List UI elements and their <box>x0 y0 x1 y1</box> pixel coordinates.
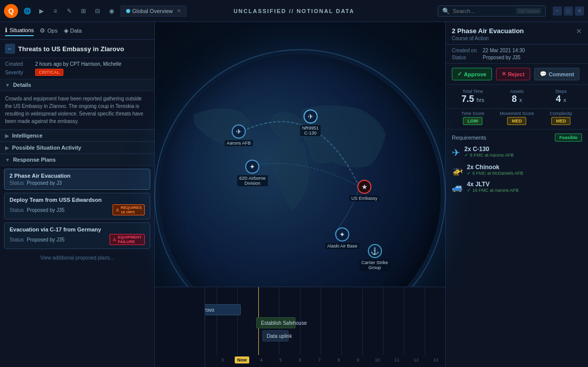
marker-62nd[interactable]: ✦ 62D AirborneDivision <box>237 160 268 186</box>
possible-section-header[interactable]: ▶ Possible Situation Activity <box>0 142 154 154</box>
c130-icon: ✈ <box>452 147 460 159</box>
search-shortcut: Ctrl Space <box>516 8 541 14</box>
req-details-2: 4x JLTV ✓16 FMC at Aarons AFB <box>467 181 519 193</box>
time-score-badge: LOW <box>463 117 482 125</box>
coa-title: 2 Phase Air Evacuation <box>452 27 524 35</box>
plan-title-2: Evacuation via C-17 from Germany <box>10 226 145 232</box>
marker-icon-carrier: ⚓ <box>368 244 382 258</box>
axis-13: 13 <box>426 355 445 367</box>
toolbar-globe-icon[interactable]: 🌐 <box>21 5 33 17</box>
search-input[interactable] <box>453 8 513 14</box>
marker-label-carrier: Carrier StrikeGroup <box>359 260 390 271</box>
toolbar-circle-icon[interactable]: ◉ <box>106 5 118 17</box>
axis-8: 8 <box>329 355 349 367</box>
grid-col <box>342 287 362 355</box>
global-overview-tab[interactable]: Global Overview ✕ <box>121 6 186 17</box>
assets-stat: Assets 8 x <box>496 89 538 104</box>
grid-col <box>383 287 404 355</box>
intelligence-chevron-icon: ▶ <box>5 133 9 139</box>
axis-10: 10 <box>368 355 387 367</box>
steps-unit: x <box>563 97 566 103</box>
back-button[interactable]: ← <box>5 44 15 54</box>
approve-button[interactable]: ✓ Approve <box>452 68 492 80</box>
maximize-button[interactable]: □ <box>564 7 573 16</box>
toolbar-play-icon[interactable]: ▶ <box>35 5 47 17</box>
view-more-link[interactable]: View additional proposed plans... <box>0 252 154 264</box>
minimize-button[interactable]: − <box>553 7 562 16</box>
tab-ops[interactable]: ⚙ Ops <box>40 26 57 36</box>
req-sub-0: ✓8 FMC at Aarons AFB <box>464 153 514 158</box>
marker-aarons-afb[interactable]: ✈ Aarons AFB <box>225 125 253 146</box>
marker-label-alaski: Alaski Air Base <box>325 243 359 249</box>
axis-4: 4 <box>252 355 271 367</box>
tab-close-icon[interactable]: ✕ <box>177 8 181 14</box>
requires-badge-1: ⚠ REQUIRES16 HRS <box>113 204 145 215</box>
situation-header: ← Threats to US Embassy in Zlarovo <box>0 40 154 58</box>
situation-meta: Created 2 hours ago by CPT Harrison, Mic… <box>0 58 154 79</box>
details-section-header[interactable]: ▼ Details <box>0 79 154 91</box>
reject-label: Reject <box>508 71 525 77</box>
tab-data[interactable]: ◈ Data <box>64 26 82 36</box>
right-panel: 2 Phase Air Evacuation Course of Action … <box>445 22 588 367</box>
plan-title-1: Deploy Team from USS Edwardson <box>10 197 145 203</box>
situations-icon: ℹ <box>5 27 8 34</box>
comment-label: Comment <box>549 71 574 77</box>
ops-label: Ops <box>47 28 57 34</box>
close-button[interactable]: ✕ <box>575 7 584 16</box>
grid-col <box>217 287 238 355</box>
total-time-unit: hrs <box>476 97 484 103</box>
marker-label-aarons: Aarons AFB <box>225 140 253 146</box>
marker-icon-aircraft: ✈ <box>304 109 318 124</box>
time-score-label: Time Score <box>452 111 494 116</box>
ops-icon: ⚙ <box>40 27 45 34</box>
approve-check-icon: ✓ <box>457 71 462 77</box>
plan-card-2[interactable]: Evacuation via C-17 from Germany Status … <box>4 222 150 249</box>
marker-carrier[interactable]: ⚓ Carrier StrikeGroup <box>359 244 390 271</box>
axis-6: 6 <box>290 355 310 367</box>
intelligence-section-header[interactable]: ▶ Intelligence <box>0 130 154 142</box>
task-data-uplink: Data uplink <box>262 330 288 341</box>
possible-chevron-icon: ▶ <box>5 145 9 151</box>
toolbar-edit-icon[interactable]: ✎ <box>63 5 75 17</box>
reject-button[interactable]: ✕ Reject <box>496 68 530 80</box>
coa-status-value: Proposed by J35 <box>482 55 582 60</box>
left-panel: ℹ Situations ⚙ Ops ◈ Data ← Threats to U… <box>0 22 155 367</box>
tab-situations[interactable]: ℹ Situations <box>5 25 34 36</box>
data-icon: ◈ <box>64 27 68 34</box>
tab-label: Global Overview <box>132 8 173 14</box>
req-sub-2: ✓16 FMC at Aarons AFB <box>467 188 519 193</box>
marker-alaski[interactable]: ✦ Alaski Air Base <box>325 227 359 249</box>
window-title: UNCLASSIFIED // NOTIONAL DATA <box>234 8 355 14</box>
complexity-badge: MED <box>551 117 570 125</box>
total-time-stat: Total Time 7.5 hrs <box>452 89 494 104</box>
main-layout: ℹ Situations ⚙ Ops ◈ Data ← Threats to U… <box>0 22 588 367</box>
search-box: 🔍 Ctrl Space <box>438 6 546 17</box>
created-value: 2 hours ago by CPT Harrison, Michelle <box>35 61 122 67</box>
plan-status-value-0: Proposed by J3 <box>27 180 62 186</box>
assets-value: 8 x <box>496 94 538 104</box>
complexity-label: Complexity <box>540 111 582 116</box>
plan-card-1[interactable]: Deploy Team from USS Edwardson Status Pr… <box>4 193 150 219</box>
response-section-header[interactable]: ▼ Response Plans <box>0 154 154 166</box>
window-controls: − □ ✕ <box>553 7 584 16</box>
grid-col <box>363 287 383 355</box>
intelligence-label: Intelligence <box>12 133 43 139</box>
plan-card-0[interactable]: 2 Phase Air Evacuation Status Proposed b… <box>4 169 150 190</box>
toolbar-layers-icon[interactable]: ≡ <box>49 5 61 17</box>
marker-us-embassy[interactable]: ★ US Embassy <box>349 180 379 201</box>
details-chevron-icon: ▼ <box>5 82 10 88</box>
marker-aircraft[interactable]: ✈ NR9951C-130 <box>300 109 321 136</box>
details-text: Crowds and equipment have been reported … <box>0 91 154 130</box>
response-plans-list: 2 Phase Air Evacuation Status Proposed b… <box>0 166 154 367</box>
details-section-label: Details <box>13 82 31 88</box>
axis-12: 12 <box>407 355 426 367</box>
reject-x-icon: ✕ <box>502 71 506 77</box>
coa-close-button[interactable]: ✕ <box>576 27 582 35</box>
plan-status-value-2: Proposed by J35 <box>27 237 64 242</box>
comment-button[interactable]: 💬 Comment <box>534 68 580 80</box>
chinook-icon: 🚁 <box>452 165 463 176</box>
toolbar-grid-icon[interactable]: ⊞ <box>77 5 89 17</box>
created-on-value: 22 Mar 2021 14:30 <box>482 48 582 53</box>
req-name-0: 2x C-130 <box>464 146 514 153</box>
toolbar-filter-icon[interactable]: ⊟ <box>91 5 104 17</box>
